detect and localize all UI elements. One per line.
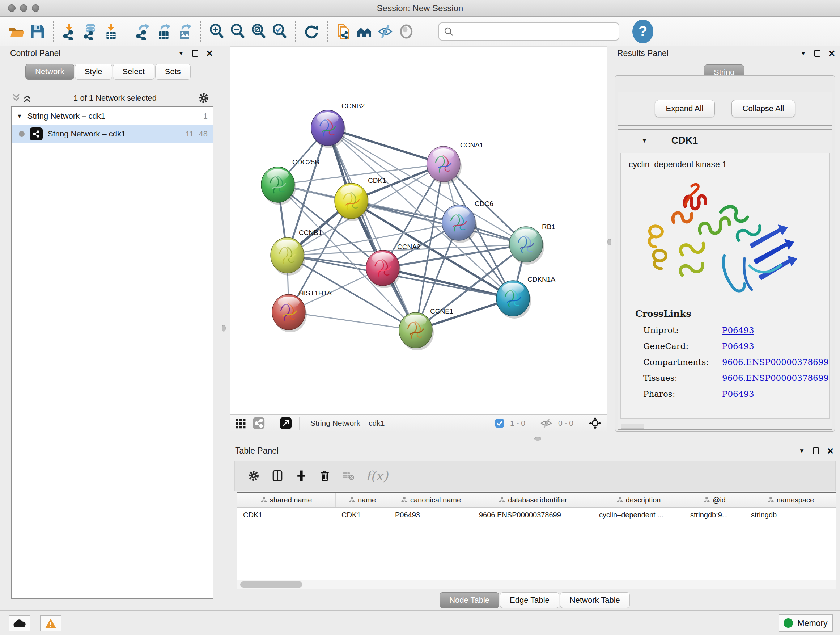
vertical-splitter-grip[interactable] [607,239,611,245]
network-node-CDK1[interactable]: CDK1 [335,177,386,221]
tab-node-table[interactable]: Node Table [439,592,499,608]
network-overview-button[interactable] [354,20,375,43]
show-hide-button[interactable] [396,20,417,43]
column-header-name[interactable]: name [336,493,389,507]
open-session-button[interactable] [6,20,27,43]
export-table-button[interactable] [153,20,174,43]
hidden-eye-icon[interactable] [540,418,553,429]
zoom-window-button[interactable] [32,4,39,12]
expand-all-button[interactable]: Expand All [655,100,715,117]
section-collapse-icon[interactable]: ▼ [641,137,647,144]
search-input[interactable] [456,27,614,36]
tab-select[interactable]: Select [113,64,155,80]
cdk1-section-header[interactable]: ▼ CDK1 [618,130,832,152]
crosslink-link[interactable]: P06493 [722,325,754,335]
column-header-at-id[interactable]: @id [684,493,745,507]
network-node-RB1[interactable]: RB1 [509,223,555,264]
tab-sets[interactable]: Sets [155,64,191,80]
network-node-HIST1H1A[interactable]: HIST1H1A [272,289,332,333]
panel-close-icon[interactable]: × [829,50,835,57]
panel-float-icon[interactable] [192,50,198,57]
crosslink-link[interactable]: P06493 [722,341,754,351]
table-cell[interactable]: CDK1 [336,511,389,519]
tab-style[interactable]: Style [75,64,112,80]
tab-network-table[interactable]: Network Table [560,592,630,608]
export-image-button[interactable] [174,20,195,43]
panel-close-icon[interactable]: × [206,50,213,57]
table-horizontal-scrollbar[interactable] [237,580,836,589]
column-header-description[interactable]: description [593,493,684,507]
table-cell[interactable]: cyclin–dependent ... [593,511,684,519]
show-columns-icon[interactable] [271,469,284,482]
vertical-splitter-grip[interactable] [222,325,226,332]
table-cell[interactable]: 9606.ENSP00000378699 [473,511,593,519]
import-network-from-file-button[interactable] [58,20,80,43]
network-edge-CCNB2-CCNE1[interactable] [328,128,416,330]
network-node-CCNA1[interactable]: CCNA1 [427,141,483,184]
add-column-icon[interactable] [295,469,308,482]
network-row-selected[interactable]: String Network – cdk1 11 48 [11,125,213,143]
expand-all-icon[interactable] [22,93,33,103]
network-node-CCNB2[interactable]: CCNB2 [311,102,365,148]
cloud-icon [13,619,26,628]
save-session-button[interactable] [27,20,48,43]
close-window-button[interactable] [8,4,16,12]
selected-checkbox-icon[interactable] [495,418,504,428]
panel-float-icon[interactable] [814,50,821,57]
panel-float-icon[interactable] [813,448,819,454]
warnings-button[interactable] [40,616,62,631]
gear-icon[interactable] [197,92,210,104]
fit-selected-icon[interactable] [588,416,602,430]
export-network-button[interactable] [133,20,153,43]
memory-button[interactable]: Memory [778,614,833,632]
network-node-CDC6[interactable]: CDC6 [442,200,493,243]
table-cell[interactable]: CDK1 [237,511,336,519]
table-cell[interactable]: stringdb:9... [684,511,745,519]
column-header-canonical-name[interactable]: canonical name [389,493,473,507]
open-in-new-window-icon[interactable] [279,417,292,429]
column-header-shared-name[interactable]: shared name [237,493,336,507]
collapse-all-icon[interactable] [11,93,22,103]
refresh-button[interactable] [301,20,322,43]
tab-network[interactable]: Network [25,64,74,80]
copy-network-button[interactable] [333,20,354,43]
network-collection-row[interactable]: ▼ String Network – cdk1 1 [11,107,213,125]
network-edge-HIST1H1A-CCNE1[interactable] [289,312,416,330]
table-cell[interactable]: stringdb [745,511,836,519]
panel-close-icon[interactable]: × [827,448,834,455]
column-header-database-identifier[interactable]: database identifier [473,493,593,507]
tree-expand-icon[interactable]: ▼ [17,113,22,119]
column-header-namespace[interactable]: namespace [745,493,836,507]
zoom-out-button[interactable] [227,20,248,43]
crosslink-link[interactable]: 9606.ENSP00000378699 [722,357,829,367]
zoom-selected-button[interactable] [269,20,290,43]
horizontal-splitter-grip[interactable] [534,437,541,440]
graphics-details-button[interactable] [375,20,396,43]
network-node-CCNB1[interactable]: CCNB1 [271,229,322,276]
table-settings-gear-icon[interactable] [247,469,260,482]
node-shine [515,229,537,241]
crosslink-link[interactable]: P06493 [722,389,754,399]
import-table-from-file-button[interactable] [101,20,122,43]
crosslink-link[interactable]: 9606.ENSP00000378699 [722,373,829,383]
help-button[interactable]: ? [632,19,653,43]
tab-edge-table[interactable]: Edge Table [500,592,559,608]
cloud-button[interactable] [9,616,30,631]
birds-eye-view-icon[interactable] [235,417,247,429]
node-shine [433,149,454,160]
zoom-in-button[interactable] [206,20,227,43]
network-view-canvas[interactable]: CCNB2CCNA1CDC25BCDK1CDC6RB1CCNB1CCNA2CDK… [230,46,607,414]
import-network-from-database-button[interactable] [80,20,101,43]
panel-menu-icon[interactable]: ▼ [799,448,805,455]
string-share-icon[interactable] [253,417,265,429]
zoom-fit-button[interactable] [248,20,269,43]
minimize-window-button[interactable] [20,4,27,12]
table-row[interactable]: CDK1CDK1P064939606.ENSP00000378699cyclin… [237,508,836,522]
delete-column-trash-icon[interactable] [319,469,331,482]
table-cell[interactable]: P06493 [389,511,473,519]
scrollbar-thumb[interactable] [240,581,302,587]
panel-menu-icon[interactable]: ▼ [178,50,184,57]
panel-menu-icon[interactable]: ▼ [800,50,806,57]
collapse-all-button[interactable]: Collapse All [731,100,796,117]
network-edge-CCNA2-CDKN1A[interactable] [383,268,513,298]
